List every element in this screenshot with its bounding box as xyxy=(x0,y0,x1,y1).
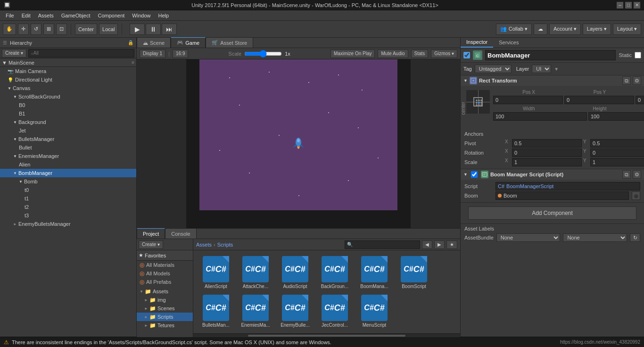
menu-help[interactable]: Help xyxy=(154,12,173,19)
hierarchy-item-t3[interactable]: t3 xyxy=(0,211,136,220)
hierarchy-item-alien[interactable]: Alien xyxy=(0,160,136,169)
boom-picker-btn[interactable]: ◎ xyxy=(632,191,640,200)
close-button[interactable]: ✕ xyxy=(634,2,640,8)
scale-slider[interactable] xyxy=(244,50,282,58)
hand-tool[interactable]: ✋ xyxy=(3,24,16,35)
gizmos-btn[interactable]: Gizmos ▾ xyxy=(431,50,457,58)
hierarchy-item-bullet[interactable]: Bullet xyxy=(0,143,136,152)
step-button[interactable]: ⏭ xyxy=(162,24,177,35)
files-search[interactable] xyxy=(345,240,420,249)
file-boommanager[interactable]: C# BoomMana... xyxy=(355,254,393,291)
pause-button[interactable]: ⏸ xyxy=(146,24,161,35)
rect-tool[interactable]: ⊡ xyxy=(56,24,67,35)
file-attackche[interactable]: C# AttackChe... xyxy=(237,254,274,291)
tab-game[interactable]: 🎮 Game xyxy=(171,37,206,48)
hierarchy-item-bulletsmanager[interactable]: ▼ BulletsManager xyxy=(0,135,136,143)
center-toggle[interactable]: Center xyxy=(75,24,97,35)
hierarchy-create-btn[interactable]: Create ▾ xyxy=(2,49,26,58)
static-checkbox[interactable] xyxy=(635,52,641,58)
mute-audio-btn[interactable]: Mute Audio xyxy=(378,50,408,58)
hierarchy-item-bomb[interactable]: ▼ Bomb xyxy=(0,177,136,186)
fav-all-materials[interactable]: ◎ All Materials xyxy=(137,261,193,269)
tab-inspector[interactable]: Inspector xyxy=(461,37,493,48)
tab-console[interactable]: Console xyxy=(165,228,196,239)
rect-copy-btn[interactable]: ⧉ xyxy=(622,76,631,85)
hierarchy-tab-label[interactable]: Hierarchy xyxy=(10,40,32,46)
width-field[interactable] xyxy=(493,112,587,121)
rotate-tool[interactable]: ↺ xyxy=(31,24,41,35)
hierarchy-item-t1[interactable]: t1 xyxy=(0,194,136,203)
rot-y-field[interactable] xyxy=(590,149,644,157)
hierarchy-search[interactable] xyxy=(28,49,134,58)
hierarchy-item-b0[interactable]: B0 xyxy=(0,101,136,109)
tag-select[interactable]: Untagged xyxy=(475,65,512,73)
menu-assets[interactable]: Assets xyxy=(34,12,58,19)
breadcrumb-scripts[interactable]: Scripts xyxy=(217,242,233,248)
account-button[interactable]: Account ▾ xyxy=(549,24,581,35)
project-create-btn[interactable]: Create ▾ xyxy=(139,240,163,249)
file-jeccontrol[interactable]: C# JecControl... xyxy=(316,293,354,330)
scale-y-field[interactable] xyxy=(590,158,644,166)
files-scrollbar[interactable] xyxy=(193,333,460,337)
minimize-button[interactable]: – xyxy=(617,2,623,8)
layer-select[interactable]: UI xyxy=(532,65,551,73)
boom-manager-header[interactable]: ▼ Boom Manager Script (Script) ⧉ ⚙ xyxy=(461,169,644,180)
assets-scripts[interactable]: ► 📁 Scripts xyxy=(137,313,193,321)
asset-labels-refresh-btn[interactable]: ↻ xyxy=(630,233,640,242)
breadcrumb-assets[interactable]: Assets xyxy=(196,242,212,248)
stats-btn[interactable]: Stats xyxy=(411,50,429,58)
menu-file[interactable]: File xyxy=(2,12,18,19)
hierarchy-item-directional-light[interactable]: 💡 Directional Light xyxy=(0,75,136,84)
hierarchy-item-scrollbackground[interactable]: ▼ ScrollBackGround xyxy=(0,92,136,101)
boom-settings-btn[interactable]: ⚙ xyxy=(633,170,641,179)
menu-component[interactable]: Component xyxy=(94,12,128,19)
rect-transform-header[interactable]: ▼ Rect Transform ⧉ ⚙ xyxy=(461,75,644,86)
boom-copy-btn[interactable]: ⧉ xyxy=(622,170,631,179)
menu-gameobject[interactable]: GameObject xyxy=(58,12,94,19)
cloud-button[interactable]: ☁ xyxy=(534,24,547,35)
file-alienscript[interactable]: C# AlienScript xyxy=(197,254,235,291)
file-menuscript[interactable]: C# MenuScript xyxy=(355,293,393,330)
menu-window[interactable]: Window xyxy=(128,12,154,19)
pivot-x-field[interactable] xyxy=(512,139,582,148)
hierarchy-item-t0[interactable]: t0 xyxy=(0,186,136,194)
asset-bundle-select[interactable]: None xyxy=(496,233,561,242)
rect-settings-btn[interactable]: ⚙ xyxy=(633,76,641,85)
file-boomscript[interactable]: C# BoomScript xyxy=(395,254,433,291)
fav-all-models[interactable]: ◎ All Models xyxy=(137,269,193,278)
layers-button[interactable]: Layers ▾ xyxy=(583,24,611,35)
play-button[interactable]: ▶ xyxy=(130,24,145,35)
hierarchy-item-background[interactable]: ▼ Background xyxy=(0,118,136,126)
pos-x-field[interactable] xyxy=(493,96,563,104)
file-audioscript[interactable]: C# AudioScript xyxy=(276,254,314,291)
maximize-on-play-btn[interactable]: Maximize On Play xyxy=(330,50,375,58)
boom-enabled-checkbox[interactable] xyxy=(471,171,478,178)
height-field[interactable] xyxy=(588,112,644,121)
display-selector[interactable]: Display 1 xyxy=(140,50,165,58)
file-bulletsman[interactable]: C# BulletsMan... xyxy=(197,293,235,330)
assets-tetures[interactable]: ► 📁 Tetures xyxy=(137,321,193,330)
aspect-selector[interactable]: 16:9 xyxy=(173,50,188,58)
hierarchy-item-bombmanager[interactable]: ▼ BombManager xyxy=(0,169,136,177)
pos-y-field[interactable] xyxy=(564,96,634,104)
files-nav-right[interactable]: ▶ xyxy=(434,240,445,249)
asset-bundle-variant-select[interactable]: None xyxy=(563,233,627,242)
object-enabled-checkbox[interactable] xyxy=(463,52,470,58)
local-toggle[interactable]: Local xyxy=(99,24,118,35)
move-tool[interactable]: ✛ xyxy=(18,24,29,35)
assets-scenes[interactable]: ► 📁 Scenes xyxy=(137,304,193,313)
tab-services[interactable]: Services xyxy=(493,37,524,48)
hierarchy-item-main-camera[interactable]: 📷 Main Camera xyxy=(0,67,136,75)
hierarchy-item-canvas[interactable]: ▼ Canvas xyxy=(0,84,136,92)
layout-button[interactable]: Layout ▾ xyxy=(613,24,641,35)
tab-asset-store[interactable]: 🛒 Asset Store xyxy=(206,37,253,48)
files-nav-left[interactable]: ◀ xyxy=(422,240,432,249)
anchor-visual[interactable] xyxy=(466,90,490,114)
menu-edit[interactable]: Edit xyxy=(18,12,34,19)
pos-z-field[interactable] xyxy=(636,96,644,104)
hierarchy-item-enemybulletsmanager[interactable]: ► EnemyBulletsManager xyxy=(0,220,136,228)
hierarchy-item-t2[interactable]: t2 xyxy=(0,203,136,211)
file-enemybulle[interactable]: C# EnemyBulle... xyxy=(276,293,314,330)
collab-button[interactable]: 👥 Collab ▾ xyxy=(496,24,532,35)
pivot-y-field[interactable] xyxy=(590,139,644,148)
